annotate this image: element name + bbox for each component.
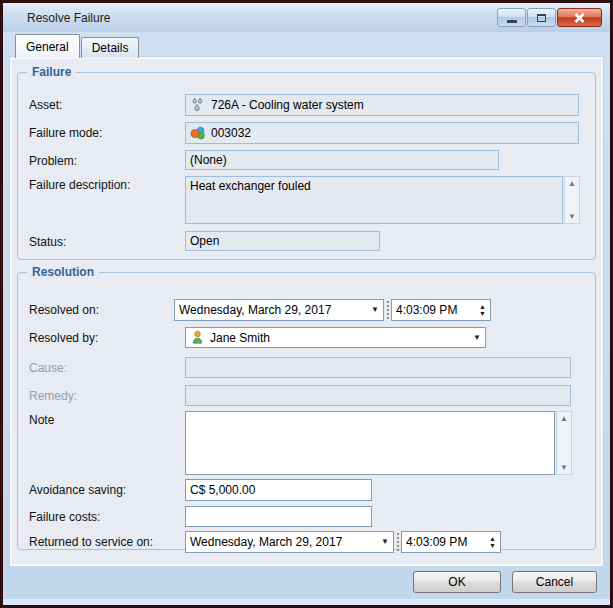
failure-group-title: Failure [27,65,76,79]
tab-general[interactable]: General [15,34,80,58]
window-title: Resolve Failure [27,11,110,25]
spinner-up-icon[interactable]: ▲ [479,303,486,310]
status-label: Status: [29,231,185,249]
spinner-down-icon[interactable]: ▼ [489,542,496,549]
problem-field[interactable]: (None) [185,150,499,170]
colored-balls-icon [190,125,206,141]
tab-strip: General Details [15,34,140,58]
asset-label: Asset: [29,94,185,112]
minimize-button[interactable] [497,8,526,27]
scroll-down-icon[interactable]: ▼ [560,463,568,472]
tab-page-general: Failure Asset: 726A - Cooling water syst… [10,57,603,566]
failure-description-field[interactable]: Heat exchanger fouled [185,176,563,224]
returned-date-picker[interactable]: Wednesday, March 29, 2017 ▼ [185,531,394,553]
window-bottom-edge [3,599,610,605]
maximize-button[interactable] [527,8,556,27]
failure-description-value: Heat exchanger fouled [190,179,311,193]
scroll-up-icon[interactable]: ▲ [560,414,568,423]
avoidance-saving-input[interactable]: C$ 5,000.00 [185,479,372,501]
status-value: Open [190,234,219,248]
failure-mode-label: Failure mode: [29,122,185,140]
resolved-on-date-picker[interactable]: Wednesday, March 29, 2017 ▼ [174,299,384,321]
failure-mode-value: 003032 [211,126,251,140]
chevron-down-icon[interactable]: ▼ [371,306,379,314]
resolved-by-label: Resolved by: [29,327,185,345]
resolved-on-time-field[interactable]: 4:03:09 PM ▲▼ [391,299,491,321]
returned-to-service-label: Returned to service on: [29,531,185,549]
returned-time-value: 4:03:09 PM [406,535,467,549]
spinner-down-icon[interactable]: ▼ [479,310,486,317]
date-time-separator [387,301,389,319]
failure-costs-input[interactable] [185,506,372,527]
date-time-separator [397,533,399,551]
failure-mode-field[interactable]: 003032 [185,122,579,144]
user-icon [190,330,205,345]
avoidance-saving-value: C$ 5,000.00 [190,483,255,497]
spinner-up-icon[interactable]: ▲ [489,535,496,542]
window-controls [497,8,602,27]
time-spinner[interactable]: ▲▼ [479,303,486,317]
scroll-up-icon[interactable]: ▲ [568,179,576,188]
resolve-failure-dialog: Resolve Failure General Details Failure … [0,0,613,608]
note-label: Note [29,411,185,427]
chevron-down-icon[interactable]: ▼ [381,538,389,546]
returned-date-value: Wednesday, March 29, 2017 [190,535,342,549]
failure-group: Failure Asset: 726A - Cooling water syst… [17,72,596,260]
resolved-by-combobox[interactable]: Jane Smith ▼ [185,327,486,348]
close-icon [574,13,585,23]
water-drops-icon [190,97,206,113]
failure-description-label: Failure description: [29,176,185,192]
remedy-field [185,385,571,406]
resolution-group: Resolution Resolved on: Wednesday, March… [17,272,596,550]
cancel-button[interactable]: Cancel [512,571,597,593]
time-spinner[interactable]: ▲▼ [489,535,496,549]
resolved-on-time-value: 4:03:09 PM [396,303,457,317]
failure-description-scrollbar[interactable]: ▲ ▼ [564,176,580,224]
cause-field [185,357,571,378]
resolution-group-title: Resolution [27,265,99,279]
resolved-on-label: Resolved on: [29,299,185,317]
minimize-icon [507,20,517,23]
close-button[interactable] [557,8,602,27]
problem-value: (None) [190,153,227,167]
asset-field[interactable]: 726A - Cooling water system [185,94,579,116]
scroll-down-icon[interactable]: ▼ [568,212,576,221]
maximize-icon [537,14,546,22]
resolved-by-value: Jane Smith [210,331,270,345]
cause-label: Cause: [29,357,185,375]
problem-label: Problem: [29,150,185,168]
chevron-down-icon[interactable]: ▼ [473,334,481,342]
note-scrollbar[interactable]: ▲ ▼ [556,411,572,475]
asset-value: 726A - Cooling water system [211,98,364,112]
returned-time-field[interactable]: 4:03:09 PM ▲▼ [401,531,501,553]
status-field[interactable]: Open [185,231,380,251]
note-textarea[interactable] [185,411,555,475]
ok-button[interactable]: OK [413,571,501,593]
failure-costs-label: Failure costs: [29,506,185,524]
tab-details[interactable]: Details [81,37,140,58]
dialog-footer: OK Cancel [413,571,597,593]
avoidance-saving-label: Avoidance saving: [29,479,185,497]
remedy-label: Remedy: [29,385,185,403]
resolved-on-date-value: Wednesday, March 29, 2017 [179,303,331,317]
